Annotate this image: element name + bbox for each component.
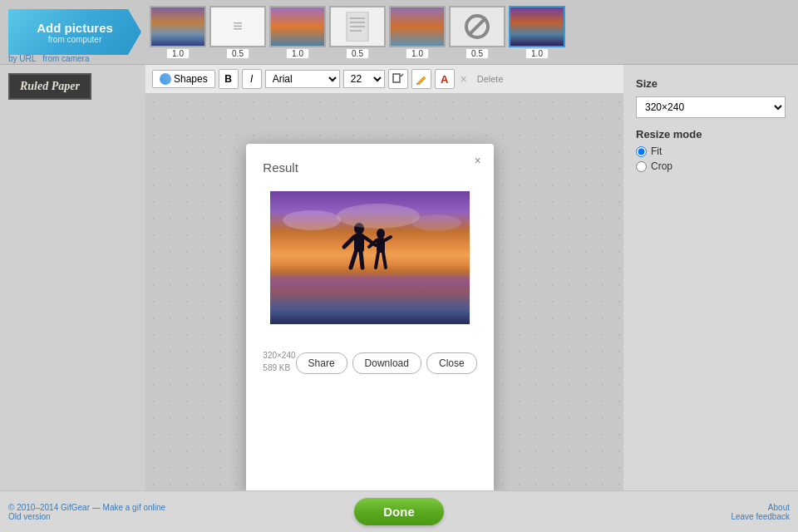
svg-line-6	[401, 74, 403, 76]
fit-label: Fit	[651, 145, 662, 157]
svg-point-22	[411, 214, 461, 231]
shapes-button[interactable]: Shapes	[152, 70, 215, 88]
modal-footer: 320×240 589 KB Share Download Close	[263, 349, 476, 374]
modal-title: Result	[263, 160, 476, 175]
fill-color-button[interactable]	[388, 69, 408, 89]
size-heading: Size	[636, 77, 786, 90]
add-pictures-label: Add pictures	[37, 21, 113, 35]
share-button[interactable]: Share	[296, 352, 347, 374]
blocked-icon	[465, 14, 490, 39]
download-button[interactable]: Download	[352, 352, 421, 374]
separator: ✕	[458, 74, 469, 85]
thumb-label-4: 0.5	[346, 48, 369, 59]
water-reflection	[270, 278, 470, 324]
modal-filesize: 589 KB	[263, 362, 295, 374]
svg-line-18	[376, 253, 378, 268]
shapes-label: Shapes	[174, 73, 208, 85]
font-size-select[interactable]: 22 12 14 16 18 24	[343, 70, 385, 88]
left-panel: Ruled Paper	[0, 65, 145, 497]
modal-overlay: Result ×	[291, 188, 449, 449]
thumb-label-1: 1.0	[166, 48, 190, 59]
crop-label: Crop	[651, 160, 672, 172]
copyright-link[interactable]: © 2010–2014 GifGear — Make a gif online	[8, 503, 165, 512]
modal-actions: Share Download Close	[296, 352, 477, 374]
thumb-label-2: 0.5	[226, 48, 249, 59]
thumbnail-2[interactable]: ≡ 0.5	[209, 6, 266, 59]
main-canvas[interactable]: Result ×	[145, 94, 623, 490]
result-modal: Result ×	[246, 144, 493, 493]
thumbnail-3[interactable]: 1.0	[269, 6, 326, 59]
modal-image-area	[263, 191, 476, 324]
thumbnail-6[interactable]: 0.5	[449, 6, 505, 59]
thumb-label-5: 1.0	[406, 48, 429, 59]
thumb-image-7	[509, 6, 565, 47]
toolbar: Shapes B I Arial Times New Roman Verdana…	[145, 65, 623, 94]
thumbnail-4[interactable]: 0.5	[329, 6, 386, 59]
svg-point-21	[337, 204, 420, 229]
source-links: by URL from camera	[8, 54, 89, 63]
thumbnail-strip: 1.0 ≡ 0.5 1.0 0.5	[150, 6, 790, 59]
leave-feedback-link[interactable]: Leave feedback	[731, 512, 790, 521]
close-modal-button[interactable]: Close	[426, 352, 477, 374]
preview-image	[270, 191, 470, 324]
svg-rect-5	[393, 74, 400, 82]
bold-button[interactable]: B	[219, 69, 239, 89]
delete-button[interactable]: Delete	[472, 72, 509, 86]
right-panel: Size 320×240 640×480 800×600 1024×768 Re…	[623, 65, 798, 490]
font-select[interactable]: Arial Times New Roman Verdana	[265, 70, 340, 88]
resize-mode-heading: Resize mode	[636, 128, 786, 140]
by-url-link[interactable]: by URL	[8, 54, 36, 63]
crop-option[interactable]: Crop	[636, 160, 786, 172]
ruled-paper-button[interactable]: Ruled Paper	[8, 73, 91, 100]
thumb-label-6: 0.5	[466, 48, 489, 59]
footer: © 2010–2014 GifGear — Make a gif online …	[0, 490, 798, 532]
thumbnail-5[interactable]: 1.0	[389, 6, 446, 59]
svg-line-12	[351, 252, 356, 268]
thumb-image-1	[150, 6, 206, 47]
about-link[interactable]: About	[731, 503, 790, 512]
pen-button[interactable]	[411, 69, 431, 89]
shapes-icon	[160, 73, 171, 85]
from-camera-link[interactable]: from camera	[42, 54, 89, 63]
old-version-link[interactable]: Old version	[8, 512, 51, 521]
italic-button[interactable]: I	[242, 69, 262, 89]
svg-line-13	[361, 252, 362, 268]
thumb-label-7: 1.0	[525, 48, 549, 59]
thumb-image-3	[269, 6, 326, 47]
crop-radio[interactable]	[636, 161, 647, 172]
thumb-image-5	[389, 6, 446, 47]
text-color-button[interactable]: A	[435, 69, 455, 89]
done-button[interactable]: Done	[354, 498, 444, 525]
modal-info: 320×240 589 KB	[263, 349, 295, 374]
modal-dimensions: 320×240	[263, 349, 295, 362]
thumb-image-6	[449, 6, 505, 47]
thumb-image-2: ≡	[209, 6, 266, 47]
size-dropdown[interactable]: 320×240 640×480 800×600 1024×768	[636, 96, 786, 118]
footer-left: © 2010–2014 GifGear — Make a gif online …	[8, 503, 165, 521]
svg-line-19	[383, 253, 386, 268]
modal-close-button[interactable]: ×	[474, 154, 480, 167]
thumb-label-3: 1.0	[286, 48, 309, 59]
from-computer-label: from computer	[48, 35, 101, 44]
thumbnail-1[interactable]: 1.0	[150, 6, 206, 59]
footer-right: About Leave feedback	[731, 503, 790, 521]
thumb-image-4	[329, 6, 386, 47]
clouds-svg	[278, 200, 461, 241]
header: Add pictures from computer 1.0 ≡ 0.5 1.0	[0, 0, 798, 65]
thumbnail-7[interactable]: 1.0	[509, 6, 565, 59]
add-pictures-button[interactable]: Add pictures from computer	[8, 9, 141, 55]
fit-radio[interactable]	[636, 146, 647, 157]
fit-option[interactable]: Fit	[636, 145, 786, 157]
svg-point-20	[283, 210, 341, 230]
